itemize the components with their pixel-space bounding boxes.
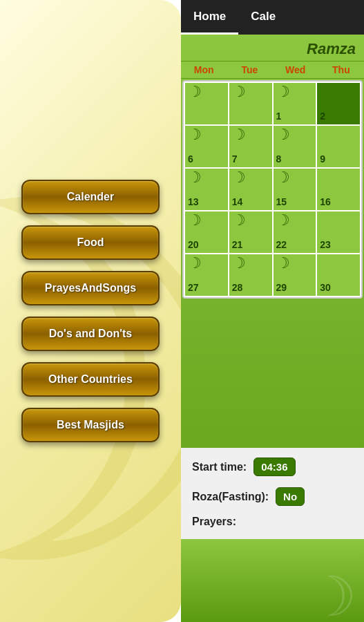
calendar-date-number: 16 [320,196,331,207]
calendar-cell[interactable]: 16 [317,169,360,210]
calendar-cell[interactable]: 23 [317,211,360,253]
roza-value: No [276,487,305,506]
roza-row: Roza(Fasting): No [192,487,353,506]
home-tab[interactable]: Home [181,0,238,35]
calendar-cell[interactable]: ☽ [185,83,228,124]
crescent-icon: ☽ [188,170,202,185]
calendar-grid: ☽☽☽12☽6☽7☽89☽13☽14☽1516☽20☽21☽2223☽27☽28… [182,80,363,299]
crescent-icon: ☽ [232,84,246,100]
calendar-header: Mon Tue Wed Thu [181,61,364,79]
crescent-icon: ☽ [276,84,290,100]
info-area: Start time: 04:36 Roza(Fasting): No [181,448,364,516]
calendar-cell[interactable]: ☽7 [229,126,272,167]
start-time-label: Start time: [192,461,247,473]
crescent-icon: ☽ [188,84,202,100]
calendar-date-number: 15 [276,196,287,207]
calendar-cell[interactable]: ☽6 [185,126,228,167]
calender-button[interactable]: Calender [21,180,160,214]
calendar-cell[interactable]: ☽1 [274,83,316,124]
crescent-icon: ☽ [188,213,202,228]
calendar-cell[interactable]: 9 [317,126,360,167]
best-masjids-button[interactable]: Best Masjids [21,408,160,442]
calendar-cell[interactable]: ☽21 [229,211,272,253]
header-thu: Thu [318,62,364,78]
calendar-date-number: 23 [320,239,331,250]
calendar-date-number: 22 [276,239,287,250]
crescent-icon: ☽ [232,170,246,185]
calendar-date-number: 9 [320,153,325,164]
crescent-icon: ☽ [232,127,246,142]
header-wed: Wed [273,62,318,78]
crescent-icon: ☽ [188,256,202,271]
calendar-date-number: 1 [276,111,282,122]
food-button[interactable]: Food [21,225,160,260]
crescent-icon: ☽ [232,256,246,271]
start-time-row: Start time: 04:36 [192,458,353,476]
decorative-bottom [181,539,364,622]
calendar-cell[interactable]: 2 [317,83,360,124]
calendar-cell[interactable]: ☽8 [274,126,316,167]
crescent-icon: ☽ [276,170,290,185]
calendar-date-number: 27 [188,282,199,293]
crescent-icon: ☽ [188,127,202,142]
calendar-date-number: 13 [188,196,199,207]
calendar-date-number: 20 [188,239,199,250]
calendar-title: Ramza [181,35,364,61]
left-panel: Calender Food PrayesAndSongs Do's and Do… [0,0,181,622]
calendar-date-number: 2 [320,111,325,122]
calendar-date-number: 30 [320,282,331,293]
calendar-date-number: 21 [232,239,243,250]
cale-tab[interactable]: Cale [238,0,288,35]
calendar-cell[interactable]: ☽13 [185,169,228,210]
calendar-cell[interactable]: ☽20 [185,211,228,253]
calendar-date-number: 14 [232,196,243,207]
prayers-label: Prayers: [192,516,236,527]
calendar-date-number: 7 [232,153,238,164]
calendar-date-number: 29 [276,282,287,293]
top-nav: Home Cale [181,0,364,35]
calendar-cell[interactable]: ☽22 [274,211,316,253]
calendar-cell[interactable]: ☽29 [274,254,316,296]
crescent-icon: ☽ [232,213,246,228]
calendar-date-number: 28 [232,282,243,293]
calendar-cell[interactable]: ☽14 [229,169,272,210]
crescent-icon: ☽ [276,127,290,142]
other-countries-button[interactable]: Other Countries [21,362,160,397]
calendar-cell[interactable]: 30 [317,254,360,296]
start-time-value: 04:36 [253,458,295,476]
crescent-icon: ☽ [276,256,290,271]
calendar-cell[interactable]: ☽ [229,83,272,124]
calendar-date-number: 6 [188,153,193,164]
calendar-cell[interactable]: ☽15 [274,169,316,210]
header-tue: Tue [227,62,272,78]
crescent-icon: ☽ [276,213,290,228]
right-panel: Home Cale Ramza Mon Tue Wed Thu ☽☽☽12☽6☽… [181,0,364,622]
calendar-cell[interactable]: ☽28 [229,254,272,296]
calendar-cell[interactable]: ☽27 [185,254,228,296]
prayers-area: Prayers: [181,516,364,539]
dos-and-donts-button[interactable]: Do's and Don'ts [21,317,160,351]
roza-label: Roza(Fasting): [192,491,269,503]
prayes-and-songs-button[interactable]: PrayesAndSongs [21,271,160,305]
calendar-date-number: 8 [276,153,282,164]
calendar-area: Ramza Mon Tue Wed Thu ☽☽☽12☽6☽7☽89☽13☽14… [181,35,364,448]
header-mon: Mon [181,62,227,78]
